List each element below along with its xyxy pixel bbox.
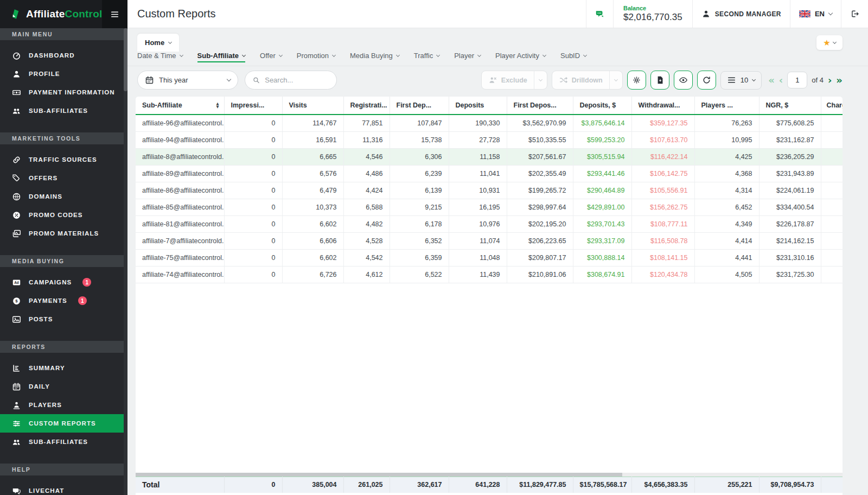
dollar-icon: $ — [12, 296, 21, 306]
value-cell: $202,195.20 — [507, 215, 573, 232]
column-header-deposits[interactable]: Deposits, $ — [573, 97, 631, 115]
sidebar-item-dashboard[interactable]: DASHBOARD — [0, 46, 127, 65]
logout-button[interactable] — [841, 0, 868, 28]
person-icon — [701, 9, 711, 18]
table-row[interactable]: affiliate-74@affiliatecontrol...06,7264,… — [136, 266, 843, 283]
column-header-impressi[interactable]: Impressi... — [224, 97, 282, 115]
column-header-registrati[interactable]: Registrati... — [343, 97, 390, 115]
value-cell: 4,505 — [694, 266, 759, 283]
column-header-first-depos[interactable]: First Depos... — [507, 97, 573, 115]
sidebar-item-domains[interactable]: DOMAINS — [0, 187, 127, 206]
language-selector[interactable]: EN — [790, 0, 841, 28]
sidebar-item-summary[interactable]: SUMMARY — [0, 359, 127, 377]
column-header-withdrawal[interactable]: Withdrawal... — [631, 97, 694, 115]
sidebar-item-promo-materials[interactable]: PROMO MATERIALS — [0, 224, 127, 243]
value-cell — [821, 165, 843, 182]
eye-button[interactable] — [674, 71, 693, 90]
tags-icon — [12, 174, 21, 183]
value-cell: 0 — [224, 199, 282, 215]
sidebar-scrollbar-thumb[interactable] — [124, 28, 127, 91]
filter-date-time[interactable]: Date & Time — [137, 52, 183, 60]
filter-player-activity[interactable]: Player Activity — [495, 52, 546, 60]
sidebar-scrollbar[interactable] — [124, 28, 127, 495]
column-header-charge[interactable]: Charge — [821, 97, 843, 115]
prev-page-button[interactable]: ‹ — [779, 75, 783, 85]
exclude-dropdown[interactable] — [534, 71, 547, 89]
sidebar-item-posts[interactable]: POSTS — [0, 310, 127, 328]
horizontal-scrollbar-thumb[interactable] — [136, 473, 622, 477]
drilldown-button[interactable]: Drilldown — [552, 71, 623, 90]
filter-traffic[interactable]: Traffic — [414, 52, 439, 60]
gear-button[interactable] — [627, 71, 646, 90]
sub-affiliate-cell: affiliate-89@affiliatecontrol... — [136, 165, 224, 182]
filter-media-buying[interactable]: Media Buying — [350, 52, 399, 60]
header-actions: Balance $2,016,770.35 SECOND MANAGER EN — [586, 0, 868, 28]
sidebar-item-traffic-sources[interactable]: TRAFFIC SOURCES — [0, 150, 127, 169]
sidebar-item-promo-codes[interactable]: PROMO CODES — [0, 206, 127, 224]
sidebar-item-livechat[interactable]: LIVECHAT — [0, 481, 127, 495]
tab-home[interactable]: Home — [137, 34, 179, 52]
sidebar-item-payment-information[interactable]: PAYMENT INFORMATION — [0, 83, 127, 101]
column-header-visits[interactable]: Visits — [282, 97, 343, 115]
report-table: Sub-Affiliate▲▼Impressi...VisitsRegistra… — [136, 97, 843, 283]
sidebar-item-profile[interactable]: PROFILE — [0, 65, 127, 83]
value-cell: 4,542 — [343, 249, 390, 266]
table-row[interactable]: affiliate-96@affiliatecontrol...0114,767… — [136, 115, 843, 131]
table-row[interactable]: affiliate-8@affiliatecontrold...06,6654,… — [136, 148, 843, 165]
drilldown-dropdown[interactable] — [609, 71, 622, 89]
column-header-ngr[interactable]: NGR, $ — [759, 97, 821, 115]
filter-subid[interactable]: SubID — [560, 52, 586, 60]
exclude-button[interactable]: Exclude — [481, 71, 547, 90]
sort-icon[interactable]: ▲▼ — [216, 103, 219, 109]
export-button[interactable] — [650, 71, 669, 90]
sidebar-item-sub-affiliates[interactable]: SUB-AFFILIATES — [0, 101, 127, 120]
value-cell: $510,335.55 — [507, 131, 573, 148]
filter-sub-affiliate[interactable]: Sub-Affiliate — [197, 52, 246, 62]
total-value-cell — [821, 477, 843, 493]
table-row[interactable]: affiliate-7@affiliatecontrold...06,6064,… — [136, 232, 843, 249]
sidebar-item-offers[interactable]: OFFERS — [0, 169, 127, 187]
filter-offer[interactable]: Offer — [260, 52, 282, 60]
column-header-sub-affiliate[interactable]: Sub-Affiliate▲▼ — [136, 97, 224, 115]
support-chat-button[interactable] — [586, 0, 613, 28]
calendar-icon — [145, 75, 154, 85]
sidebar-item-payments[interactable]: $PAYMENTS1 — [0, 291, 127, 310]
exclude-label: Exclude — [501, 77, 527, 84]
date-range-select[interactable]: This year — [137, 71, 238, 90]
sidebar-toggle-button[interactable] — [102, 0, 127, 28]
table-row[interactable]: affiliate-86@affiliatecontrol...06,4794,… — [136, 182, 843, 199]
refresh-button[interactable] — [697, 71, 716, 90]
page-number-input[interactable] — [787, 72, 807, 88]
search-input[interactable] — [265, 76, 329, 84]
user-menu[interactable]: SECOND MANAGER — [692, 0, 790, 28]
value-cell: 4,482 — [343, 215, 390, 232]
value-cell: 4,314 — [694, 182, 759, 199]
sidebar-item-custom-reports[interactable]: CUSTOM REPORTS — [0, 414, 127, 433]
sidebar-item-sub-affiliates[interactable]: SUB-AFFILIATES — [0, 433, 127, 451]
sidebar-item-players[interactable]: PLAYERS — [0, 396, 127, 414]
total-value-cell: $4,656,383.35 — [631, 477, 694, 493]
favorite-button[interactable]: ★ — [816, 35, 843, 50]
column-header-first-dep[interactable]: First Dep... — [390, 97, 449, 115]
next-page-button[interactable]: › — [828, 75, 832, 85]
table-row[interactable]: affiliate-94@affiliatecontrol...016,5911… — [136, 131, 843, 148]
filter-player[interactable]: Player — [454, 52, 481, 60]
content-area: Home ★ Date & TimeSub-AffiliateOfferProm… — [127, 28, 868, 495]
table-row[interactable]: affiliate-85@affiliatecontrol...010,3736… — [136, 199, 843, 215]
table-row[interactable]: affiliate-75@affiliatecontrol...06,6024,… — [136, 249, 843, 266]
table-row[interactable]: affiliate-81@affiliatecontrol...06,6024,… — [136, 215, 843, 232]
horizontal-scrollbar[interactable] — [136, 473, 843, 477]
value-cell: 16,195 — [449, 199, 507, 215]
column-header-deposits[interactable]: Deposits — [449, 97, 507, 115]
brand-logo[interactable]: AffiliateControl — [0, 0, 102, 28]
table-row[interactable]: affiliate-89@affiliatecontrol...06,5764,… — [136, 165, 843, 182]
last-page-button[interactable]: » — [836, 75, 843, 85]
sidebar-item-campaigns[interactable]: AdCAMPAIGNS1 — [0, 273, 127, 291]
page-size-select[interactable]: 10 — [720, 71, 762, 90]
filter-promotion[interactable]: Promotion — [297, 52, 335, 60]
sidebar-item-label: LIVECHAT — [29, 487, 64, 494]
sidebar-item-daily[interactable]: DAILY — [0, 377, 127, 396]
first-page-button[interactable]: « — [768, 75, 775, 85]
column-header-players[interactable]: Players ... — [694, 97, 759, 115]
value-cell: $334,400.54 — [759, 199, 821, 215]
